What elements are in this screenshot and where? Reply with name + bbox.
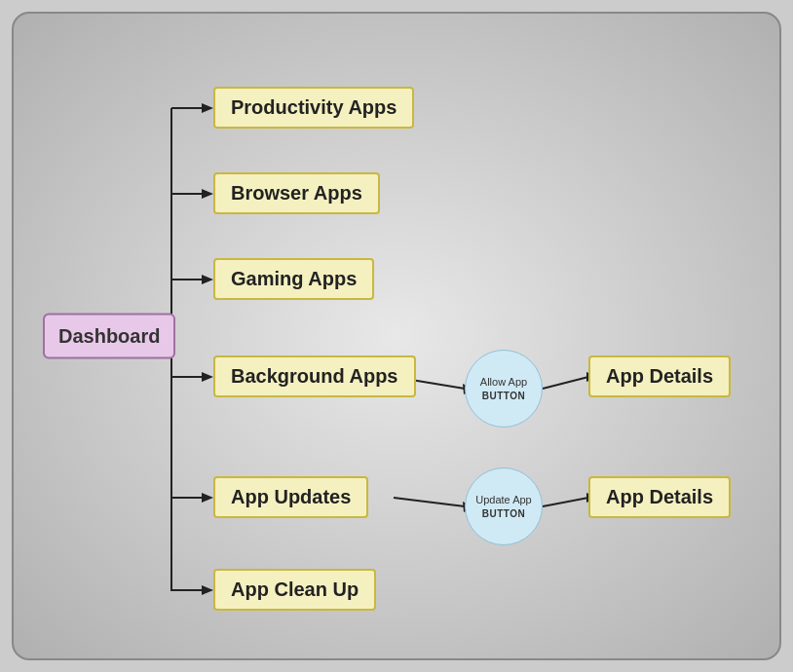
svg-line-16	[543, 377, 588, 389]
dashboard-node: Dashboard	[43, 314, 175, 359]
allow-app-button-label: Allow App	[480, 375, 527, 389]
svg-marker-6	[202, 275, 213, 284]
svg-marker-4	[202, 189, 213, 199]
svg-marker-2	[202, 103, 213, 113]
update-app-button[interactable]: Update App BUTTON	[465, 467, 543, 545]
browser-apps-box[interactable]: Browser Apps	[213, 172, 380, 214]
app-updates-box[interactable]: App Updates	[213, 476, 368, 518]
diagram-container: Dashboard Productivity Apps Browser Apps…	[12, 12, 781, 660]
svg-marker-10	[202, 493, 213, 503]
svg-marker-8	[202, 372, 213, 382]
allow-app-button[interactable]: Allow App BUTTON	[465, 350, 543, 428]
background-apps-box[interactable]: Background Apps	[213, 355, 416, 397]
app-details-2-box[interactable]: App Details	[588, 476, 731, 518]
update-app-button-label: Update App	[475, 493, 532, 506]
svg-line-20	[543, 498, 588, 506]
app-details-1-box[interactable]: App Details	[588, 355, 731, 397]
app-cleanup-box[interactable]: App Clean Up	[213, 569, 376, 611]
svg-line-18	[394, 498, 465, 506]
allow-app-button-type: BUTTON	[482, 390, 525, 402]
gaming-apps-box[interactable]: Gaming Apps	[213, 258, 374, 300]
update-app-button-type: BUTTON	[482, 507, 525, 520]
svg-marker-12	[202, 585, 213, 595]
productivity-apps-box[interactable]: Productivity Apps	[213, 87, 414, 129]
